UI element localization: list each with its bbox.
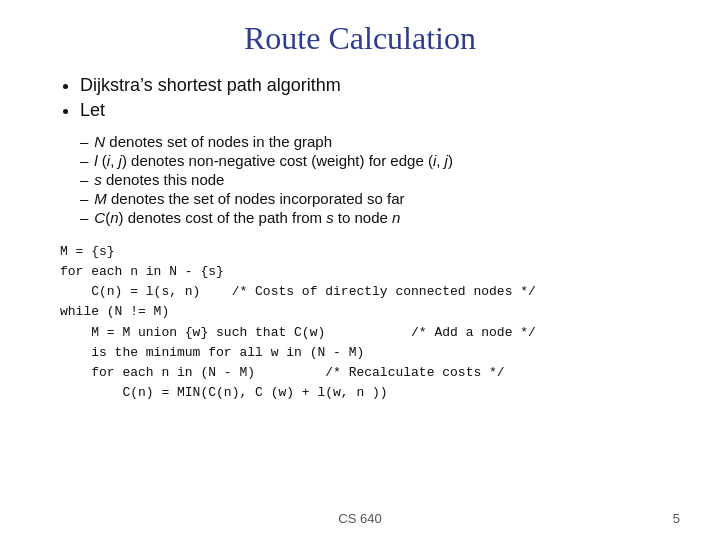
sub-item-5: C(n) denotes cost of the path from s to … — [80, 209, 680, 226]
bullet-list: Dijkstra’s shortest path algorithm Let — [60, 75, 680, 121]
bullet-item-1: Dijkstra’s shortest path algorithm — [80, 75, 680, 96]
code-line-3: C(n) = l(s, n) /* Costs of directly conn… — [60, 282, 680, 302]
footer: CS 640 5 — [0, 511, 720, 526]
code-line-6: is the minimum for all w in (N - M) — [60, 343, 680, 363]
slide-title: Route Calculation — [40, 20, 680, 57]
sub-item-2: l (i, j) denotes non-negative cost (weig… — [80, 152, 680, 169]
code-line-1: M = {s} — [60, 242, 680, 262]
code-line-8: C(n) = MIN(C(n), C (w) + l(w, n )) — [60, 383, 680, 403]
code-line-4: while (N != M) — [60, 302, 680, 322]
sub-item-3: s denotes this node — [80, 171, 680, 188]
sub-items: N denotes set of nodes in the graphl (i,… — [80, 133, 680, 226]
code-block: M = {s}for each n in N - {s} C(n) = l(s,… — [60, 242, 680, 403]
code-line-2: for each n in N - {s} — [60, 262, 680, 282]
slide: Route Calculation Dijkstra’s shortest pa… — [0, 0, 720, 540]
code-line-5: M = M union {w} such that C(w) /* Add a … — [60, 323, 680, 343]
footer-page: 5 — [673, 511, 680, 526]
sub-item-1: N denotes set of nodes in the graph — [80, 133, 680, 150]
sub-item-4: M denotes the set of nodes incorporated … — [80, 190, 680, 207]
bullet-item-2: Let — [80, 100, 680, 121]
code-line-7: for each n in (N - M) /* Recalculate cos… — [60, 363, 680, 383]
footer-label: CS 640 — [338, 511, 381, 526]
